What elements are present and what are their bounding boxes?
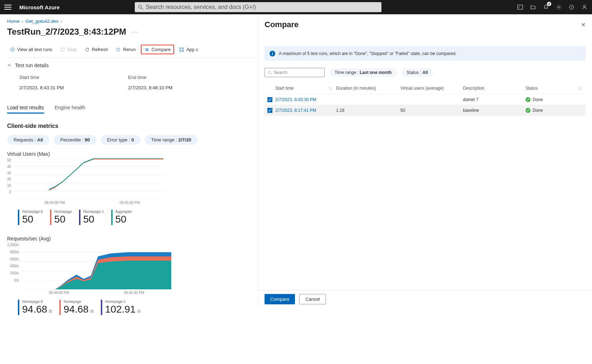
view-all-runs-button[interactable]: View all test runs (7, 45, 55, 54)
col-desc[interactable]: Description (463, 86, 484, 91)
runs-table: Start time↑↓ Duration (in minutes) Virtu… (265, 82, 586, 116)
tab-load-test-results[interactable]: Load test results (7, 105, 44, 114)
stop-label: Stop (67, 47, 77, 52)
row-vusers: 50 (400, 108, 463, 113)
legend-item[interactable]: Homepage-094.68 /s (18, 300, 52, 315)
end-time-value: 2/7/2023, 8:46:10 PM (128, 85, 172, 90)
search-icon (138, 5, 143, 10)
svg-line-1 (141, 8, 143, 9)
success-icon (526, 108, 531, 113)
search-icon (268, 71, 272, 75)
chart2-ytick: 0/s (7, 278, 19, 282)
directory-icon[interactable] (530, 4, 536, 10)
panel-filter-row: Search Time range : Last one month Statu… (265, 68, 586, 77)
help-icon[interactable]: ? (568, 4, 575, 10)
chevron-right-icon: › (22, 19, 23, 24)
legend-value: 94.68 (22, 304, 47, 315)
legend-item[interactable]: Aggregate50 (111, 210, 132, 225)
grid-icon (179, 47, 184, 52)
col-duration[interactable]: Duration (in minutes) (336, 86, 376, 91)
compare-submit-button[interactable]: Compare (265, 294, 295, 304)
legend-item[interactable]: Homepage50 (50, 210, 72, 225)
sort-icon[interactable]: ↑↓ (578, 86, 582, 91)
app-components-button[interactable]: App c (176, 45, 201, 54)
svg-line-26 (270, 73, 271, 74)
table-row[interactable]: 2/7/2023, 8:17:41 PM 1.18 50 baseline Do… (265, 105, 586, 116)
row-checkbox[interactable] (267, 108, 272, 113)
refresh-icon (85, 47, 90, 52)
svg-rect-10 (182, 48, 184, 49)
notification-badge: 2 (547, 2, 551, 6)
success-icon (526, 97, 531, 102)
compare-panel: Compare ✕ i A maximum of 5 test runs, wh… (258, 14, 592, 308)
tab-engine-health[interactable]: Engine health (55, 105, 85, 114)
svg-point-25 (268, 71, 271, 73)
legend-name: Homepage-0 (22, 210, 43, 214)
legend-item[interactable]: Homepage94.68 /s (59, 300, 94, 315)
panel-title: Compare (265, 20, 299, 29)
legend-item[interactable]: Homepage-1102.91 /s (101, 300, 140, 315)
start-time-value: 2/7/2023, 8:43:31 PM (19, 85, 64, 90)
svg-text:?: ? (571, 6, 573, 9)
error-type-filter-pill[interactable]: Error type : 0 (101, 135, 140, 145)
requests-per-sec-chart[interactable] (21, 243, 171, 289)
svg-point-7 (11, 48, 15, 51)
table-row[interactable]: 2/7/2023, 8:43:30 PM dotnet 7 Done (265, 94, 586, 105)
legend-name: Homepage-1 (83, 210, 104, 214)
legend-value: 102.91 (105, 304, 136, 315)
compare-button[interactable]: Compare (141, 45, 174, 54)
close-icon[interactable]: ✕ (581, 21, 586, 28)
arrow-right-circle-icon (10, 47, 15, 52)
legend-item[interactable]: Homepage-050 (18, 210, 43, 225)
notifications-icon[interactable]: 2 (543, 4, 549, 10)
legend-value: 50 (83, 214, 104, 225)
legend-item[interactable]: Homepage-150 (79, 210, 104, 225)
refresh-label: Refresh (92, 47, 108, 52)
svg-rect-8 (61, 48, 64, 51)
sort-icon[interactable]: ↑↓ (328, 86, 332, 91)
col-status[interactable]: Status (526, 86, 538, 91)
rerun-icon (116, 47, 121, 52)
cloud-shell-icon[interactable] (517, 4, 523, 10)
col-start[interactable]: Start time (275, 86, 293, 91)
row-start-link[interactable]: 2/7/2023, 8:43:30 PM (275, 97, 316, 102)
refresh-button[interactable]: Refresh (82, 45, 111, 54)
rerun-button[interactable]: Rerun (113, 45, 138, 54)
hamburger-menu-icon[interactable] (4, 5, 11, 10)
chevron-up-icon (7, 63, 11, 68)
feedback-icon[interactable] (581, 4, 588, 10)
chart2-ytick: 400/s (7, 264, 19, 268)
search-placeholder: Search (274, 70, 287, 75)
requests-filter-pill[interactable]: Requests : All (7, 135, 49, 145)
legend-name: Homepage-0 (22, 300, 52, 304)
global-search-input[interactable]: Search resources, services, and docs (G+… (135, 2, 381, 12)
legend-name: Aggregate (115, 210, 132, 214)
breadcrumb-home[interactable]: Home (7, 19, 20, 24)
legend-name: Homepage (64, 300, 94, 304)
search-placeholder: Search resources, services, and docs (G+… (146, 4, 256, 10)
more-actions-icon[interactable]: ··· (131, 28, 139, 36)
svg-rect-12 (182, 50, 184, 51)
row-start-link[interactable]: 2/7/2023, 8:17:41 PM (275, 108, 316, 113)
svg-point-0 (139, 5, 142, 8)
status-pill[interactable]: Status : All (402, 68, 433, 77)
chart2-ytick: 1,000/s (7, 243, 19, 247)
time-range-pill[interactable]: Time range : Last one month (330, 68, 397, 77)
svg-rect-9 (180, 48, 181, 49)
chart1-xtick: 08:45:00 PM (120, 201, 140, 205)
percentile-filter-pill[interactable]: Percentile : 90 (54, 135, 96, 145)
settings-icon[interactable] (556, 4, 562, 10)
panel-search-input[interactable]: Search (265, 68, 325, 77)
topbar-actions: 2 ? (517, 4, 588, 10)
virtual-users-chart[interactable] (13, 158, 163, 199)
col-vusers[interactable]: Virtual users (average) (400, 86, 444, 91)
time-range-filter-pill[interactable]: Time range : 2/7/20 (145, 135, 198, 145)
table-header: Start time↑↓ Duration (in minutes) Virtu… (265, 82, 586, 94)
legend-unit: /s (137, 309, 140, 314)
breadcrumb-parent[interactable]: Get_goto42.dev (25, 19, 59, 24)
row-checkbox[interactable] (267, 97, 272, 102)
legend-value: 94.68 (64, 304, 89, 315)
cancel-button[interactable]: Cancel (299, 294, 326, 304)
app-label: App c (186, 47, 198, 52)
row-duration: 1.18 (336, 108, 400, 113)
